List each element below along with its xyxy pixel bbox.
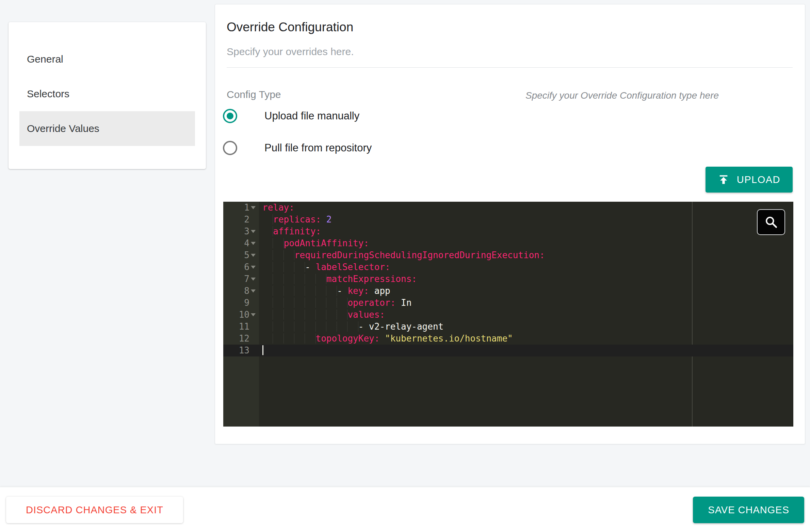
code-line-text: - labelSelector: [259, 261, 793, 273]
radio-button-icon[interactable] [223, 109, 237, 123]
footer-action-bar: DISCARD CHANGES & EXIT SAVE CHANGES [0, 487, 810, 532]
code-line-text: affinity: [259, 226, 793, 237]
config-type-label: Config Type [227, 89, 281, 100]
line-number: 11 [223, 321, 259, 333]
save-changes-button[interactable]: SAVE CHANGES [693, 497, 804, 523]
code-line-text: - v2-relay-agent [259, 321, 793, 333]
code-line-text: replicas: 2 [259, 214, 793, 226]
section-divider [227, 67, 793, 68]
line-number: 12 [223, 333, 259, 345]
line-number: 9 [223, 297, 259, 309]
config-type-hint: Specify your Override Configuration type… [525, 90, 719, 101]
line-number: 2 [223, 214, 259, 226]
search-icon [764, 215, 779, 230]
code-line-text: matchExpressions: [259, 273, 793, 285]
code-line-text: requiredDuringSchedulingIgnoredDuringExe… [259, 249, 793, 261]
code-line: 11 - v2-relay-agent [223, 321, 793, 333]
page-title: Override Configuration [227, 20, 353, 34]
code-editor[interactable]: 1relay:2 replicas: 23 affinity:4 podAnti… [223, 202, 793, 427]
code-line: 9 operator: In [223, 297, 793, 309]
code-line: 8 - key: app [223, 285, 793, 297]
code-line: 5 requiredDuringSchedulingIgnoredDuringE… [223, 249, 793, 261]
radio-label: Pull file from repository [264, 142, 372, 154]
sidebar-nav: GeneralSelectorsOverride Values [9, 22, 206, 146]
sidebar-item-selectors[interactable]: Selectors [19, 77, 195, 111]
fold-arrow-icon[interactable] [251, 289, 256, 293]
code-line-text: - key: app [259, 285, 793, 297]
editor-cursor [262, 345, 263, 355]
code-line-text [259, 345, 793, 356]
line-number: 8 [223, 285, 259, 297]
code-line: 13 [223, 345, 793, 356]
code-line-text: operator: In [259, 297, 793, 309]
upload-button[interactable]: UPLOAD [706, 167, 793, 193]
line-number: 7 [223, 273, 259, 285]
code-line: 4 podAntiAffinity: [223, 237, 793, 249]
editor-content[interactable]: 1relay:2 replicas: 23 affinity:4 podAnti… [223, 202, 793, 356]
line-number: 10 [223, 309, 259, 321]
line-number: 5 [223, 249, 259, 261]
fold-arrow-icon[interactable] [251, 242, 256, 245]
editor-search-button[interactable] [757, 209, 785, 235]
code-line: 7 matchExpressions: [223, 273, 793, 285]
code-line: 10 values: [223, 309, 793, 321]
line-number: 13 [223, 345, 259, 356]
fold-arrow-icon[interactable] [251, 254, 256, 257]
fold-arrow-icon[interactable] [251, 278, 256, 281]
radio-upload-file-manually[interactable]: Upload file manually [223, 109, 359, 123]
sidebar-item-override-values[interactable]: Override Values [19, 111, 195, 146]
line-number: 6 [223, 261, 259, 273]
discard-changes-button[interactable]: DISCARD CHANGES & EXIT [6, 497, 183, 523]
code-line: 3 affinity: [223, 226, 793, 237]
radio-label: Upload file manually [264, 110, 359, 122]
code-line: 1relay: [223, 202, 793, 214]
sidebar-item-general[interactable]: General [19, 42, 195, 77]
upload-icon [718, 174, 729, 185]
line-number: 4 [223, 237, 259, 249]
code-line-text: podAntiAffinity: [259, 237, 793, 249]
code-line: 2 replicas: 2 [223, 214, 793, 226]
radio-pull-file-from-repository[interactable]: Pull file from repository [223, 141, 372, 155]
line-number: 3 [223, 226, 259, 237]
sidebar-item-label: General [27, 53, 63, 65]
fold-arrow-icon[interactable] [251, 313, 256, 316]
line-number: 1 [223, 202, 259, 214]
code-line: 6 - labelSelector: [223, 261, 793, 273]
radio-button-icon[interactable] [223, 141, 237, 155]
sidebar-item-label: Override Values [27, 123, 99, 134]
code-line: 12 topologyKey: "kubernetes.io/hostname" [223, 333, 793, 345]
code-line-text: relay: [259, 202, 793, 214]
override-configuration-panel: Override Configuration Specify your over… [215, 4, 805, 444]
code-line-text: values: [259, 309, 793, 321]
upload-button-label: UPLOAD [737, 174, 780, 185]
fold-arrow-icon[interactable] [251, 230, 256, 233]
code-line-text: topologyKey: "kubernetes.io/hostname" [259, 333, 793, 345]
fold-arrow-icon[interactable] [251, 266, 256, 269]
page-subtitle: Specify your overrides here. [227, 46, 354, 57]
sidebar-item-label: Selectors [27, 88, 69, 100]
fold-arrow-icon[interactable] [251, 206, 256, 209]
sidebar-card: GeneralSelectorsOverride Values [9, 22, 206, 169]
